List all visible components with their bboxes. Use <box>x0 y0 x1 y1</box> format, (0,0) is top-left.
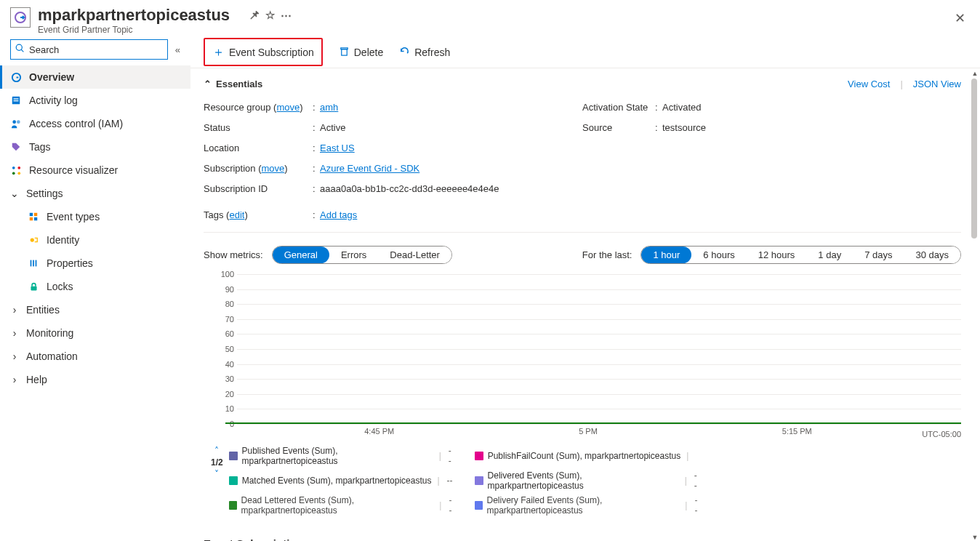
range-7days[interactable]: 7 days <box>853 247 904 263</box>
page-header: mparkpartnertopiceastus 📌︎ ☆ ⋯ Event Gri… <box>0 0 980 36</box>
sidebar-item-access-control[interactable]: Access control (IAM) <box>0 112 190 135</box>
scroll-up-icon[interactable]: ▲ <box>971 70 979 77</box>
svg-rect-20 <box>36 260 37 267</box>
chevron-right-icon: › <box>10 327 19 339</box>
legend-item[interactable]: Delivery Failed Events (Sum), mparkpartn… <box>475 495 700 516</box>
refresh-button[interactable]: Refresh <box>399 46 450 59</box>
page-title: mparkpartnertopiceastus <box>38 6 230 25</box>
range-1hour[interactable]: 1 hour <box>641 247 691 263</box>
close-icon[interactable]: ✕ <box>955 10 965 26</box>
legend-page: 1/2 <box>211 457 223 468</box>
sidebar-item-overview[interactable]: Overview <box>0 65 190 89</box>
metrics-tab-general[interactable]: General <box>273 247 329 263</box>
svg-rect-23 <box>341 47 348 49</box>
pin-icon[interactable]: 📌︎ <box>249 9 260 22</box>
activity-log-icon <box>10 95 22 106</box>
metrics-chart[interactable]: 1009080706050403020100 4:45 PM5 PM5:15 P… <box>215 274 961 441</box>
time-range-tabs: 1 hour 6 hours 12 hours 1 day 7 days 30 … <box>640 246 961 264</box>
legend-item[interactable]: Delivered Events (Sum), mparkpartnertopi… <box>475 470 700 491</box>
svg-rect-21 <box>31 286 36 290</box>
content-area: ＋ Event Subscription Delete Refresh ⌃ Es… <box>190 36 980 541</box>
svg-rect-15 <box>30 217 33 220</box>
edit-tags-link[interactable]: edit <box>229 209 244 220</box>
range-1day[interactable]: 1 day <box>806 247 853 263</box>
favorite-icon[interactable]: ☆ <box>265 9 275 22</box>
legend-next-icon[interactable]: ˅ <box>214 469 219 479</box>
delete-button[interactable]: Delete <box>339 46 383 59</box>
more-icon[interactable]: ⋯ <box>281 9 292 22</box>
chevron-right-icon: › <box>10 374 19 385</box>
view-cost-link[interactable]: View Cost <box>848 79 890 89</box>
range-12hours[interactable]: 12 hours <box>747 247 807 263</box>
collapse-sidebar-icon[interactable]: « <box>175 44 180 55</box>
gridline: 30 <box>237 379 961 380</box>
metrics-tab-errors[interactable]: Errors <box>329 247 378 263</box>
svg-rect-5 <box>14 98 19 99</box>
sidebar: Search « Overview Activity log Access co… <box>0 36 190 541</box>
sidebar-item-tags[interactable]: Tags <box>0 135 190 159</box>
svg-point-7 <box>12 120 16 124</box>
delete-icon <box>339 46 350 59</box>
add-tags-link[interactable]: Add tags <box>320 209 357 220</box>
chevron-right-icon: › <box>10 350 19 362</box>
sidebar-item-properties[interactable]: Properties <box>0 252 190 275</box>
page-subtitle: Event Grid Partner Topic <box>38 25 970 35</box>
legend-item[interactable]: Dead Lettered Events (Sum), mparkpartner… <box>229 495 454 516</box>
for-last-label: For the last: <box>582 249 632 260</box>
sidebar-group-entities[interactable]: › Entities <box>0 298 190 321</box>
legend-item[interactable]: Published Events (Sum), mparkpartnertopi… <box>229 446 454 466</box>
subscription-link[interactable]: Azure Event Grid - SDK <box>320 163 419 174</box>
access-control-icon <box>10 118 22 129</box>
gridline: 80 <box>237 304 961 305</box>
x-tick: 5 PM <box>579 427 598 436</box>
sidebar-item-resource-visualizer[interactable]: Resource visualizer <box>0 159 190 182</box>
show-metrics-label: Show metrics: <box>204 249 263 260</box>
sidebar-item-activity-log[interactable]: Activity log <box>0 89 190 112</box>
scroll-thumb[interactable] <box>971 79 977 239</box>
gridline: 100 <box>237 274 961 275</box>
chevron-up-icon: ⌃ <box>204 79 212 89</box>
activation-state-value: Activated <box>662 102 961 113</box>
range-6hours[interactable]: 6 hours <box>691 247 746 263</box>
svg-rect-13 <box>30 213 33 216</box>
move-sub-link[interactable]: move <box>262 163 285 174</box>
essentials-toggle[interactable]: ⌃ Essentials <box>204 79 262 89</box>
scrollbar[interactable]: ▲ ▼ <box>971 79 979 541</box>
refresh-icon <box>399 46 410 59</box>
search-input[interactable]: Search <box>10 39 168 60</box>
legend-prev-icon[interactable]: ˄ <box>214 446 219 456</box>
sidebar-item-event-types[interactable]: Event types <box>0 205 190 228</box>
sidebar-group-monitoring[interactable]: › Monitoring <box>0 321 190 345</box>
sidebar-group-help[interactable]: › Help <box>0 368 190 391</box>
chart-zero-line <box>225 422 961 424</box>
legend-swatch <box>229 476 238 485</box>
scroll-down-icon[interactable]: ▼ <box>971 534 979 541</box>
legend-item[interactable]: PublishFailCount (Sum), mparkpartnertopi… <box>475 446 700 466</box>
sidebar-group-automation[interactable]: › Automation <box>0 345 190 368</box>
source-value: testsource <box>662 122 961 133</box>
gridline: 90 <box>237 289 961 290</box>
svg-point-10 <box>17 166 20 169</box>
sidebar-group-settings[interactable]: ⌄ Settings <box>0 182 190 205</box>
svg-rect-22 <box>341 49 347 55</box>
legend-swatch <box>475 452 483 460</box>
range-30days[interactable]: 30 days <box>904 247 960 263</box>
gridline: 40 <box>237 364 961 365</box>
svg-rect-19 <box>33 260 34 267</box>
chart-legend: ˄ 1/2 ˅ Published Events (Sum), mparkpar… <box>204 441 961 516</box>
metrics-tab-deadletter[interactable]: Dead-Letter <box>378 247 451 263</box>
metrics-tabs: General Errors Dead-Letter <box>272 246 452 264</box>
event-subscription-button[interactable]: ＋ Event Subscription <box>204 38 323 66</box>
chevron-right-icon: › <box>10 304 19 316</box>
svg-rect-16 <box>34 217 37 220</box>
sidebar-item-locks[interactable]: Locks <box>0 275 190 298</box>
json-view-link[interactable]: JSON View <box>913 79 961 89</box>
location-link[interactable]: East US <box>320 143 355 153</box>
sidebar-item-identity[interactable]: Identity <box>0 228 190 252</box>
legend-swatch <box>475 476 483 485</box>
move-rg-link[interactable]: move <box>276 102 300 113</box>
essentials-grid: Resource group (move) : amh Status : Act… <box>204 94 961 206</box>
resource-group-link[interactable]: amh <box>320 102 338 113</box>
svg-rect-14 <box>34 213 37 216</box>
legend-item[interactable]: Matched Events (Sum), mparkpartnertopice… <box>229 470 454 491</box>
